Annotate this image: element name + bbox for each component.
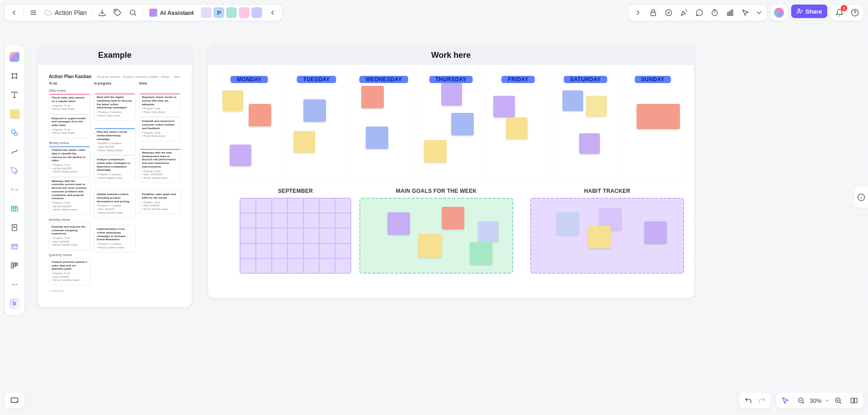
sticky-note[interactable] (361, 86, 384, 108)
sticky-note-tool[interactable] (7, 106, 22, 121)
kanban-card[interactable]: Regularly check stocks to ensure that th… (139, 93, 181, 117)
calendar-cell[interactable] (256, 228, 272, 243)
zoom-in-button[interactable] (831, 394, 845, 407)
app-logo-icon[interactable] (772, 6, 786, 19)
mindmap-tool[interactable] (7, 182, 22, 197)
expand-right-button[interactable] (631, 6, 645, 19)
calendar-cell[interactable] (303, 258, 319, 273)
day-column[interactable]: THURSDAY (420, 72, 482, 181)
kanban-tool[interactable] (7, 258, 22, 273)
calendar-cell[interactable] (256, 258, 272, 273)
document-title[interactable]: Action Plan (42, 9, 90, 16)
calendar-cell[interactable] (319, 228, 335, 243)
kanban-card[interactable]: Establish sales goals and KPIs for the m… (139, 190, 181, 214)
calendar-cell[interactable] (272, 243, 288, 258)
kanban-card[interactable]: Evaluate and respond to customer online … (139, 117, 181, 141)
calendar-cell[interactable] (240, 198, 256, 213)
share-button[interactable]: Share (791, 5, 827, 18)
habit-block[interactable]: HABIT TRACKER (530, 188, 684, 274)
frame-tool[interactable] (7, 68, 22, 84)
calendar-cell[interactable] (319, 258, 335, 273)
download-button[interactable] (95, 6, 109, 19)
sticky-note[interactable] (441, 83, 462, 106)
sticky-note[interactable] (293, 131, 315, 153)
kanban-card[interactable]: Analyze competitors' online sales strate… (94, 155, 136, 183)
day-column[interactable]: SUNDAY (621, 72, 684, 181)
kanban-card[interactable]: Check sales data reports on a regular ba… (49, 93, 90, 114)
calendar-cell[interactable] (303, 213, 319, 228)
connector-tool[interactable] (7, 144, 22, 159)
celebrate-button[interactable] (677, 6, 691, 19)
calendar-cell[interactable] (303, 228, 319, 243)
calendar-cell[interactable] (288, 228, 303, 243)
kanban-column-todo[interactable]: To do Daily review Check sales data repo… (49, 82, 90, 292)
collab-avatar[interactable] (251, 7, 262, 18)
sticky-note[interactable] (557, 212, 579, 235)
calendar-cell[interactable] (256, 198, 272, 213)
day-column[interactable]: TUESDAY (285, 72, 348, 181)
collab-avatar[interactable] (201, 7, 212, 18)
calendar-cell[interactable] (240, 213, 256, 228)
calendar-block[interactable]: SEPTEMBER (240, 188, 351, 274)
calendar-cell[interactable] (335, 228, 351, 243)
kanban-card[interactable]: Analyze previous quarter's sales data an… (49, 258, 90, 285)
collapse-left-button[interactable] (266, 6, 279, 19)
calendar-cell[interactable] (272, 198, 288, 213)
card-tool[interactable] (7, 239, 22, 254)
collab-avatar[interactable]: P (213, 7, 224, 18)
cursor-tool-button[interactable] (739, 6, 752, 19)
templates-tool[interactable] (7, 49, 22, 65)
sticky-note[interactable] (637, 104, 680, 129)
sticky-note[interactable] (222, 90, 243, 111)
day-column[interactable]: MONDAY (218, 72, 281, 181)
apps-tool[interactable]: b (7, 296, 22, 311)
timer-button[interactable] (708, 6, 722, 19)
calendar-cell[interactable] (272, 258, 288, 273)
kanban-column-done[interactable]: Done Regularly check stocks to ensure th… (139, 82, 181, 292)
kanban-card[interactable]: Meet with the digital marketing team to … (94, 93, 136, 121)
sticky-note[interactable] (470, 242, 492, 265)
kanban-toolbar[interactable]: Grouping: workflowProgress: Grouping: wo… (97, 75, 180, 78)
kanban-card[interactable]: Meetings with the customer service team … (49, 177, 90, 215)
sticky-note[interactable] (424, 140, 447, 163)
undo-button[interactable] (741, 394, 755, 407)
sticky-note[interactable] (644, 221, 667, 244)
zoom-level[interactable]: 30% (808, 397, 823, 404)
info-panel-button[interactable] (854, 187, 868, 208)
kanban-card[interactable]: Respond to urgent emails and messages fr… (49, 114, 90, 138)
kanban-column-in-progress[interactable]: In progress Meet with the digital market… (94, 82, 136, 292)
calendar-cell[interactable] (319, 243, 335, 258)
zoom-dropdown-button[interactable] (823, 394, 831, 407)
sticky-note[interactable] (588, 226, 611, 248)
sticky-note[interactable] (366, 126, 388, 149)
calendar-cell[interactable] (303, 243, 319, 258)
menu-button[interactable] (27, 6, 40, 19)
calendar-cell[interactable] (303, 198, 319, 213)
collab-avatar[interactable] (226, 7, 237, 18)
calendar-cell[interactable] (288, 258, 303, 273)
calendar-cell[interactable] (256, 213, 272, 228)
sticky-note[interactable] (442, 207, 464, 229)
kanban-add-group[interactable]: + Add group (49, 289, 90, 292)
collab-avatar[interactable] (239, 7, 250, 18)
sticky-note[interactable] (506, 117, 528, 139)
kanban-card[interactable]: Update website content, including produc… (94, 190, 136, 218)
calendar-cell[interactable] (272, 213, 288, 228)
more-tools-button[interactable] (754, 6, 764, 19)
kanban-board[interactable]: Action Plan Kanban Grouping: workflowPro… (38, 65, 192, 301)
slides-panel-button[interactable] (5, 392, 24, 409)
voting-button[interactable] (723, 6, 737, 19)
sticky-note[interactable] (579, 133, 600, 154)
calendar-cell[interactable] (335, 198, 351, 213)
text-tool[interactable] (7, 87, 22, 103)
day-column[interactable]: FRIDAY (487, 72, 550, 181)
sticky-note[interactable] (451, 113, 474, 135)
frame-example[interactable]: Example Action Plan Kanban Grouping: wor… (38, 45, 192, 307)
kanban-card[interactable]: Implementation of an online advertising … (94, 225, 136, 252)
calendar-cell[interactable] (319, 213, 335, 228)
shape-tool[interactable] (7, 125, 22, 140)
pointer-mode-button[interactable] (778, 394, 792, 407)
kanban-card[interactable]: Evaluate and improve the customer shoppi… (49, 223, 90, 250)
minimap-button[interactable] (847, 394, 861, 407)
calendar-cell[interactable] (335, 243, 351, 258)
